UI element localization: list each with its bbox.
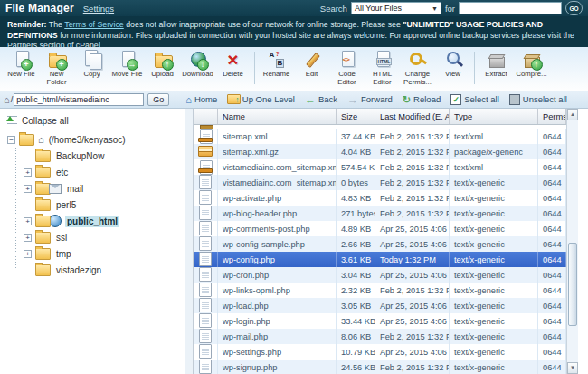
path-input[interactable]: [14, 93, 144, 106]
file-name-cell[interactable]: vistamediainc.com_sitemap.xml.old: [218, 175, 337, 190]
search-go-button[interactable]: GO: [565, 1, 583, 15]
delete-button[interactable]: ×Delete: [215, 50, 251, 78]
view-button[interactable]: View: [435, 50, 470, 78]
tree-item-vistadezign[interactable]: vistadezign: [24, 262, 185, 278]
file-row[interactable]: wp-settings.php10.79 KBApr 25, 2015 4:06…: [194, 344, 566, 360]
nav-unselect-all[interactable]: Unselect all: [509, 94, 567, 105]
file-row[interactable]: vistamediainc.com_sitemap.xml.old0 bytes…: [194, 175, 566, 190]
file-name-cell[interactable]: wp-activate.php: [218, 190, 337, 206]
edit-button[interactable]: Edit: [294, 50, 329, 78]
collapse-all[interactable]: Collapse all: [7, 113, 185, 128]
tree-item-perl5[interactable]: perl5: [24, 197, 185, 213]
file-perms-cell: 0644: [538, 144, 566, 159]
file-name-cell[interactable]: wp-cron.php: [218, 267, 337, 283]
vertical-scrollbar[interactable]: ▲ ▼: [566, 109, 578, 374]
file-name-cell[interactable]: wp-load.php: [218, 298, 337, 313]
sidebar-scroll-strip[interactable]: [185, 109, 194, 374]
expand-box-icon[interactable]: +: [24, 234, 32, 242]
file-name-cell[interactable]: wp-links-opml.php: [218, 283, 337, 298]
file-perms-cell: 0644: [538, 313, 566, 329]
file-perms-cell: 0644: [538, 344, 566, 360]
file-name-cell[interactable]: sitemap.xml.gz: [218, 144, 337, 159]
copy-button[interactable]: Copy: [74, 50, 109, 78]
file-row[interactable]: wp-links-opml.php2.32 KBFeb 2, 2015 1:32…: [194, 283, 566, 298]
nav-select-all[interactable]: ✓Select all: [450, 94, 499, 105]
file-row[interactable]: wp-config.php3.61 KBToday 1:32 PMtext/x-…: [194, 252, 566, 267]
file-row[interactable]: sitemap.xml37.44 KBFeb 2, 2015 1:32 PMte…: [194, 129, 566, 144]
column-header-size[interactable]: Size: [337, 109, 375, 124]
nav-forward[interactable]: →Forward: [347, 94, 393, 104]
package-icon: [198, 146, 213, 158]
code-editor-button[interactable]: <>Code Editor: [329, 50, 365, 86]
file-row[interactable]: wp-comments-post.php4.89 KBApr 25, 2015 …: [194, 221, 566, 236]
tree-item-etc[interactable]: +etc: [24, 164, 185, 180]
search-scope-select[interactable]: All Your Files ▼: [351, 2, 441, 14]
file-name-cell[interactable]: wp-blog-header.php: [218, 206, 337, 221]
file-size-cell: 10.79 KB: [337, 344, 375, 360]
file-name-cell[interactable]: vistamediainc.com_sitemap.xml: [218, 159, 337, 175]
move-file-label: Move File: [109, 70, 145, 78]
nav-back[interactable]: ←Back: [305, 94, 337, 104]
file-icon-cell: [194, 175, 218, 190]
tree-item-mail[interactable]: +mail: [24, 180, 185, 197]
tree-item-tmp[interactable]: +tmp: [24, 245, 185, 262]
file-row[interactable]: sitemap.xml.gz4.04 KBFeb 2, 2015 1:32 PM…: [194, 144, 566, 159]
for-label: for: [445, 4, 455, 14]
rename-button[interactable]: A?BRename: [259, 50, 294, 78]
upload-button[interactable]: ↑Upload: [145, 50, 180, 78]
nav-reload[interactable]: ↻Reload: [403, 94, 441, 104]
file-name-cell[interactable]: wp-config-sample.php: [218, 236, 337, 252]
file-row[interactable]: wp-config-sample.php2.66 KBApr 25, 2015 …: [194, 236, 566, 252]
download-button[interactable]: ↓Download: [180, 50, 215, 78]
expand-box-icon[interactable]: +: [24, 185, 32, 193]
compress-button[interactable]: ↑Compre...: [514, 50, 549, 78]
terms-of-service-link[interactable]: Terms of Service: [64, 20, 124, 29]
new-file-button[interactable]: +New File: [4, 50, 39, 78]
scroll-up-button[interactable]: ▲: [567, 109, 578, 120]
nav-back-label: Back: [318, 94, 337, 104]
tree-item-BackupNow[interactable]: BackupNow: [24, 148, 185, 164]
change-permissions-button[interactable]: Change Permis...: [400, 50, 435, 86]
file-row[interactable]: wp-load.php3.05 KBApr 25, 2015 4:06 PMte…: [194, 298, 566, 313]
column-header-type[interactable]: Type: [450, 109, 538, 124]
nav-up-one-level[interactable]: ↑Up One Level: [227, 94, 295, 104]
scrollbar-thumb[interactable]: [568, 243, 577, 326]
file-row[interactable]: wp-mail.php8.06 KBFeb 2, 2015 1:32 PMtex…: [194, 329, 566, 344]
file-row[interactable]: wp-signup.php24.56 KBFeb 2, 2015 1:32 PM…: [194, 360, 566, 374]
new-folder-label: New Folder: [39, 70, 74, 86]
file-name-cell[interactable]: wp-signup.php: [218, 360, 337, 374]
column-header-name[interactable]: Name: [218, 109, 337, 124]
expand-box-icon[interactable]: +: [24, 168, 32, 177]
file-row[interactable]: wp-activate.php4.83 KBFeb 2, 2015 1:32 P…: [194, 190, 566, 206]
new-folder-button[interactable]: +New Folder: [39, 50, 74, 86]
file-row[interactable]: vistamediainc.com_sitemap.xml574.54 KBFe…: [194, 159, 566, 175]
expand-box-icon[interactable]: +: [24, 217, 32, 225]
file-row[interactable]: wp-blog-header.php271 bytesFeb 2, 2015 1…: [194, 206, 566, 221]
html-editor-button[interactable]: HTMLHTML Editor: [365, 50, 400, 86]
file-name-cell[interactable]: wp-mail.php: [218, 329, 337, 344]
tree-root[interactable]: − ⌂ (/home3/kenyasoc): [7, 131, 185, 148]
file-name-cell[interactable]: wp-settings.php: [218, 344, 337, 360]
file-name-cell[interactable]: wp-comments-post.php: [218, 221, 337, 236]
extract-button[interactable]: Extract: [479, 50, 514, 78]
collapse-box-icon[interactable]: −: [7, 136, 15, 144]
search-input[interactable]: [459, 2, 562, 14]
nav-home[interactable]: ⌂Home: [185, 94, 217, 105]
select-all-icon: ✓: [450, 94, 461, 105]
move-file-button[interactable]: →Move File: [109, 50, 145, 78]
path-go-button[interactable]: Go: [147, 93, 169, 106]
file-type-cell: text/xml: [450, 129, 538, 144]
file-row[interactable]: wp-cron.php3.04 KBApr 25, 2015 4:06 PMte…: [194, 267, 566, 283]
file-name-cell[interactable]: wp-config.php: [218, 252, 337, 267]
file-name-cell[interactable]: sitemap.xml: [218, 129, 337, 144]
column-header-modified[interactable]: Last Modified (E. Africa S: [375, 109, 450, 124]
file-name-cell[interactable]: wp-login.php: [218, 313, 337, 329]
expand-box-icon[interactable]: +: [24, 250, 32, 258]
column-header-perms[interactable]: Perms: [538, 109, 566, 124]
scroll-down-button[interactable]: ▼: [567, 362, 578, 374]
settings-link[interactable]: Settings: [83, 4, 114, 14]
tree-item-ssl[interactable]: +ssl: [24, 229, 185, 245]
file-row[interactable]: wp-login.php33.44 KBApr 25, 2015 4:06 PM…: [194, 313, 566, 329]
tree-item-label: vistadezign: [54, 264, 103, 276]
tree-item-public_html[interactable]: +public_html: [24, 213, 185, 229]
